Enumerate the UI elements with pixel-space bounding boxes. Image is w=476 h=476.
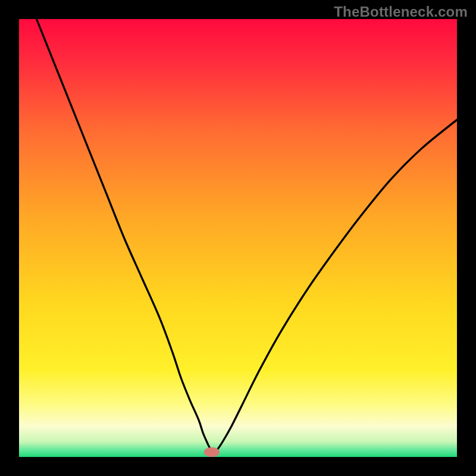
plot-area [19, 19, 457, 457]
gradient-background [19, 19, 457, 457]
chart-frame: TheBottleneck.com [0, 0, 476, 476]
watermark-text: TheBottleneck.com [334, 4, 468, 20]
plot-svg [19, 19, 457, 457]
optimum-marker [204, 447, 220, 457]
